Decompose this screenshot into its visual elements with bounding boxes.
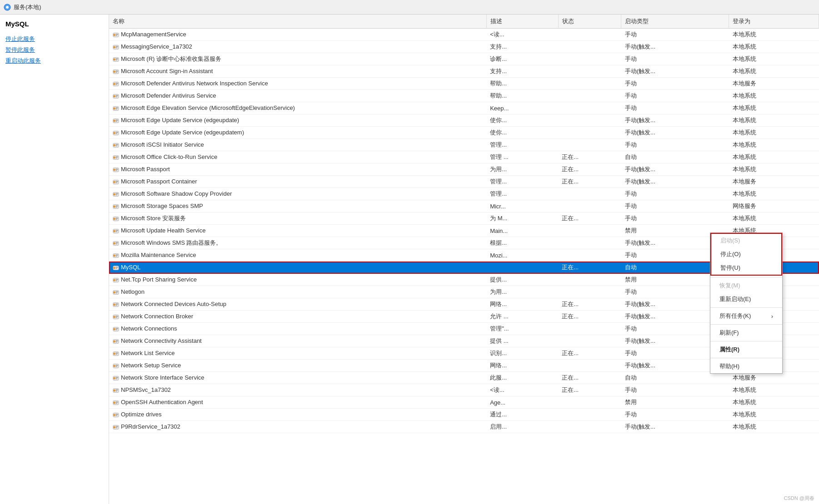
service-status-cell: [558, 127, 621, 139]
context-menu-refresh[interactable]: 刷新(F): [710, 326, 782, 340]
col-header-desc[interactable]: 描述: [486, 15, 558, 29]
table-row[interactable]: Microsoft Account Sign-in Assistant支持...…: [109, 65, 819, 78]
context-menu-properties[interactable]: 属性(R): [710, 343, 782, 356]
svg-rect-92: [116, 304, 118, 304]
svg-point-95: [113, 316, 115, 318]
pause-service-link[interactable]: 暂停此服务: [5, 46, 103, 54]
svg-rect-124: [116, 402, 118, 402]
svg-rect-16: [116, 71, 118, 71]
service-starttype-cell: 手动: [621, 188, 729, 200]
svg-rect-33: [116, 121, 118, 121]
table-row[interactable]: OpenSSH Authentication AgentAge...禁用本地系统: [109, 396, 819, 409]
service-starttype-cell: 手动: [621, 212, 729, 225]
svg-rect-5: [116, 35, 118, 35]
svg-rect-73: [116, 243, 118, 244]
service-name-cell: Microsoft Storage Spaces SMP: [109, 200, 486, 212]
svg-rect-112: [116, 365, 118, 366]
svg-rect-96: [116, 316, 118, 316]
table-row[interactable]: Microsoft Storage Spaces SMPMicr...手动网络服…: [109, 200, 819, 212]
svg-rect-64: [116, 217, 118, 218]
table-row[interactable]: Microsoft Defender Antivirus Service帮助..…: [109, 90, 819, 102]
table-row[interactable]: Microsoft Store 安装服务为 M...正在...手动本地系统: [109, 212, 819, 225]
restart-service-link[interactable]: 重启动此服务: [5, 57, 103, 65]
service-login-cell: 本地系统: [729, 41, 819, 53]
table-row[interactable]: Microsoft Software Shadow Copy Provider管…: [109, 188, 819, 200]
service-desc-cell: 管理...: [486, 176, 558, 188]
service-login-cell: 本地系统: [729, 127, 819, 139]
table-row[interactable]: Microsoft Edge Update Service (edgeupdat…: [109, 114, 819, 127]
service-login-cell: 本地系统: [729, 90, 819, 102]
svg-rect-85: [116, 280, 118, 281]
table-row[interactable]: Microsoft Office Click-to-Run Service管理 …: [109, 151, 819, 163]
table-row[interactable]: Microsoft Passport Container管理...正在...手动…: [109, 176, 819, 188]
service-starttype-cell: 手动(触发...: [621, 127, 729, 139]
context-menu-resume[interactable]: 恢复(M): [710, 279, 782, 292]
service-desc-cell: 管理...: [486, 188, 558, 200]
submenu-arrow-icon: ›: [771, 313, 773, 320]
service-status-cell: [558, 225, 621, 237]
svg-rect-61: [116, 207, 118, 207]
svg-point-131: [113, 426, 115, 428]
service-name-cell: Optimize drives: [109, 409, 486, 421]
svg-rect-13: [116, 59, 118, 60]
svg-rect-88: [116, 292, 118, 292]
svg-rect-117: [116, 378, 118, 379]
col-header-status[interactable]: 状态: [558, 15, 621, 29]
service-status-cell: [558, 78, 621, 90]
separator-3: [710, 324, 782, 325]
service-starttype-cell: 手动: [621, 29, 729, 41]
service-status-cell: [558, 286, 621, 298]
svg-rect-52: [116, 181, 118, 182]
service-status-cell: [558, 29, 621, 41]
col-header-name[interactable]: 名称: [109, 15, 486, 29]
table-row[interactable]: Microsoft Edge Elevation Service (Micros…: [109, 102, 819, 114]
context-menu-alltasks[interactable]: 所有任务(K) ›: [710, 309, 782, 323]
title-bar: 服务(本地): [0, 0, 819, 15]
svg-point-99: [113, 328, 115, 330]
svg-rect-133: [116, 427, 118, 428]
svg-point-3: [113, 34, 115, 36]
table-row[interactable]: Optimize drives通过...手动本地系统: [109, 409, 819, 421]
col-header-starttype[interactable]: 启动类型: [621, 15, 729, 29]
table-row[interactable]: Microsoft iSCSI Initiator Service管理...手动…: [109, 139, 819, 151]
table-row[interactable]: Microsoft Edge Update Service (edgeupdat…: [109, 127, 819, 139]
table-row[interactable]: P9RdrService_1a7302启用...手动(触发...本地系统: [109, 421, 819, 433]
svg-rect-28: [116, 108, 118, 108]
table-row[interactable]: Microsoft Defender Antivirus Network Ins…: [109, 78, 819, 90]
service-login-cell: 本地系统: [729, 384, 819, 396]
service-name-cell: Network Connection Broker: [109, 311, 486, 323]
service-status-cell: 正在...: [558, 163, 621, 176]
context-menu-help[interactable]: 帮助(H): [710, 360, 782, 373]
service-desc-cell: <读...: [486, 29, 558, 41]
table-row[interactable]: McpManagementService<读...手动本地系统: [109, 29, 819, 41]
service-desc-cell: 管理...: [486, 139, 558, 151]
context-menu-restart[interactable]: 重新启动(E): [710, 292, 782, 306]
table-row[interactable]: Microsoft Passport为用...正在...手动(触发...本地系统: [109, 163, 819, 176]
app-icon: [4, 4, 11, 11]
service-desc-cell: <读...: [486, 384, 558, 396]
stop-service-link[interactable]: 停止此服务: [5, 35, 103, 43]
service-name-cell: Microsoft (R) 诊断中心标准收集器服务: [109, 53, 486, 65]
service-desc-cell: 网络...: [486, 298, 558, 311]
table-row[interactable]: NPSMSvc_1a7302<读...正在...手动本地系统: [109, 384, 819, 396]
context-menu-pause[interactable]: 暂停(U): [711, 261, 781, 275]
svg-rect-108: [116, 353, 118, 353]
context-menu: 启动(S) 停止(O) 暂停(U) 恢复(M) 重新启动(E) 所有任务(K) …: [710, 232, 783, 374]
service-name-cell: Microsoft Office Click-to-Run Service: [109, 151, 486, 163]
context-menu-start[interactable]: 启动(S): [711, 234, 781, 247]
table-row[interactable]: MessagingService_1a7302支持...手动(触发...本地系统: [109, 41, 819, 53]
svg-point-51: [113, 181, 115, 183]
service-desc-cell: 通过...: [486, 409, 558, 421]
svg-rect-105: [116, 341, 118, 342]
context-menu-stop[interactable]: 停止(O): [711, 247, 781, 261]
main-area: 名称 描述 状态 启动类型 登录为 McpManagementService<读…: [109, 15, 819, 504]
service-name-cell: Microsoft Defender Antivirus Network Ins…: [109, 78, 486, 90]
content-area: MySQL 停止此服务 暂停此服务 重启动此服务 名称 描述 状态 启动类型 登…: [0, 15, 819, 504]
table-row[interactable]: Microsoft (R) 诊断中心标准收集器服务诊断...手动本地系统: [109, 53, 819, 65]
service-login-cell: 本地系统: [729, 65, 819, 78]
svg-rect-128: [116, 414, 118, 415]
service-status-cell: [558, 65, 621, 78]
service-starttype-cell: 自动: [621, 151, 729, 163]
col-header-login[interactable]: 登录为: [729, 15, 819, 29]
svg-point-127: [113, 414, 115, 416]
